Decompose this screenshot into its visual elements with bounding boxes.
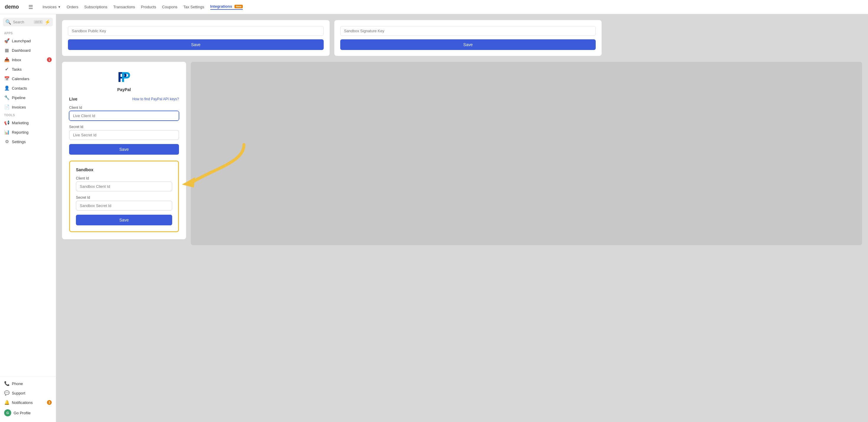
sidebar-label-settings: Settings <box>12 140 26 144</box>
integrations-badge: New <box>235 5 243 8</box>
sidebar-label-contacts: Contacts <box>12 86 27 90</box>
notifications-badge: 3 <box>47 400 52 405</box>
sidebar-label-profile: Go Profile <box>13 411 31 415</box>
phone-icon: 📞 <box>4 381 9 386</box>
paypal-section: P P PayPal Live How to find PayPal API k… <box>62 62 186 239</box>
logo: demo <box>5 4 19 10</box>
notifications-icon: 🔔 <box>4 400 9 405</box>
marketing-icon: 📢 <box>4 120 9 125</box>
live-client-id-label: Client Id <box>69 106 179 110</box>
settings-icon: ⚙ <box>4 139 9 144</box>
sandbox-signature-key-save-button[interactable]: Save <box>340 39 596 50</box>
avatar: G <box>4 409 11 416</box>
sidebar-item-settings[interactable]: ⚙ Settings <box>0 137 56 146</box>
live-section-header: Live How to find PayPal API keys? <box>69 97 179 102</box>
sidebar-label-invoices: Invoices <box>12 105 26 109</box>
tasks-icon: ✔ <box>4 66 9 72</box>
right-panel <box>191 62 862 245</box>
calendars-icon: 📅 <box>4 76 9 81</box>
sandbox-signature-key-card: Save <box>334 20 602 56</box>
sidebar-item-calendars[interactable]: 📅 Calendars <box>0 74 56 83</box>
sidebar-label-phone: Phone <box>12 382 23 386</box>
launchpad-icon: 🚀 <box>4 38 9 44</box>
sidebar-item-reporting[interactable]: 📊 Reporting <box>0 128 56 137</box>
pipeline-icon: 🔧 <box>4 95 9 100</box>
live-save-button[interactable]: Save <box>69 144 179 154</box>
sidebar-item-contacts[interactable]: 👤 Contacts <box>0 83 56 93</box>
sidebar-label-notifications: Notifications <box>12 400 33 405</box>
nav-links: Invoices ▼ Orders Subscriptions Transact… <box>42 4 243 10</box>
apps-section-label: Apps <box>0 30 56 36</box>
reporting-icon: 📊 <box>4 130 9 135</box>
nav-coupons[interactable]: Coupons <box>162 5 178 9</box>
lightning-icon: ⚡ <box>44 19 51 25</box>
sidebar: 🔍 Search ctrl K ⚡ Apps 🚀 Launchpad ▦ Das… <box>0 14 56 422</box>
sidebar-item-invoices[interactable]: 📄 Invoices <box>0 102 56 112</box>
paypal-panel: P P PayPal Live How to find PayPal API k… <box>62 62 186 245</box>
sidebar-item-inbox[interactable]: 📥 Inbox 1 <box>0 55 56 64</box>
search-icon: 🔍 <box>5 19 11 25</box>
sidebar-label-launchpad: Launchpad <box>12 39 31 43</box>
main-content: Save Save P P <box>56 14 868 422</box>
placeholder-card <box>606 20 862 56</box>
paypal-name: PayPal <box>117 87 131 92</box>
sidebar-label-dashboard: Dashboard <box>12 48 31 53</box>
inbox-icon: 📥 <box>4 57 9 62</box>
contacts-icon: 👤 <box>4 85 9 91</box>
nav-subscriptions[interactable]: Subscriptions <box>84 5 107 9</box>
sandbox-client-id-input[interactable] <box>76 181 172 191</box>
tools-section-label: Tools <box>0 112 56 118</box>
help-link[interactable]: How to find PayPal API keys? <box>132 97 179 101</box>
sidebar-label-marketing: Marketing <box>12 121 29 125</box>
svg-text:P: P <box>121 69 130 84</box>
nav-integrations[interactable]: Integrations New <box>210 4 243 10</box>
sidebar-label-pipeline: Pipeline <box>12 95 25 100</box>
sandbox-title: Sandbox <box>76 167 172 172</box>
sidebar-item-profile[interactable]: G Go Profile <box>0 407 56 418</box>
sidebar-item-tasks[interactable]: ✔ Tasks <box>0 64 56 74</box>
sidebar-label-calendars: Calendars <box>12 77 29 81</box>
search-bar[interactable]: 🔍 Search ctrl K ⚡ <box>3 18 53 26</box>
sandbox-public-key-input[interactable] <box>68 26 324 36</box>
sidebar-bottom: 📞 Phone 💬 Support 🔔 Notifications 3 G Go… <box>0 376 56 418</box>
top-nav: demo ☰ Invoices ▼ Orders Subscriptions T… <box>0 0 868 14</box>
live-title: Live <box>69 97 78 102</box>
top-cards-row: Save Save <box>62 20 862 56</box>
dashboard-icon: ▦ <box>4 48 9 53</box>
sandbox-public-key-save-button[interactable]: Save <box>68 39 324 50</box>
search-label: Search <box>13 20 32 24</box>
sidebar-item-phone[interactable]: 📞 Phone <box>0 379 56 388</box>
sidebar-label-tasks: Tasks <box>12 67 22 72</box>
nav-invoices[interactable]: Invoices ▼ <box>42 5 61 9</box>
nav-transactions[interactable]: Transactions <box>113 5 135 9</box>
sandbox-secret-id-input[interactable] <box>76 201 172 210</box>
search-shortcut: ctrl K <box>34 20 43 24</box>
sandbox-save-button[interactable]: Save <box>76 215 172 225</box>
nav-tax-settings[interactable]: Tax Settings <box>183 5 205 9</box>
sidebar-item-marketing[interactable]: 📢 Marketing <box>0 118 56 128</box>
live-client-id-input[interactable] <box>69 111 179 121</box>
sidebar-item-pipeline[interactable]: 🔧 Pipeline <box>0 93 56 102</box>
sandbox-public-key-card: Save <box>62 20 330 56</box>
sandbox-secret-id-label: Secret Id <box>76 195 172 200</box>
sidebar-item-support[interactable]: 💬 Support <box>0 388 56 398</box>
sidebar-item-launchpad[interactable]: 🚀 Launchpad <box>0 36 56 46</box>
sandbox-client-id-label: Client Id <box>76 176 172 180</box>
sidebar-item-notifications[interactable]: 🔔 Notifications 3 <box>0 398 56 407</box>
nav-orders[interactable]: Orders <box>67 5 79 9</box>
content-area: P P PayPal Live How to find PayPal API k… <box>62 62 862 245</box>
gray-placeholder <box>191 62 862 245</box>
paypal-logo: P P <box>116 69 132 85</box>
live-secret-id-input[interactable] <box>69 130 179 140</box>
sandbox-signature-key-input[interactable] <box>340 26 596 36</box>
inbox-badge: 1 <box>47 57 52 62</box>
hamburger-icon[interactable]: ☰ <box>28 4 33 10</box>
invoices-icon: 📄 <box>4 104 9 110</box>
sandbox-box: Sandbox Client Id Secret Id Save <box>69 161 179 232</box>
live-client-id-group: Client Id <box>69 106 179 121</box>
nav-products[interactable]: Products <box>141 5 156 9</box>
sandbox-client-id-group: Client Id <box>76 176 172 191</box>
sidebar-item-dashboard[interactable]: ▦ Dashboard <box>0 46 56 55</box>
live-secret-id-label: Secret Id <box>69 125 179 129</box>
live-secret-id-group: Secret Id <box>69 125 179 140</box>
